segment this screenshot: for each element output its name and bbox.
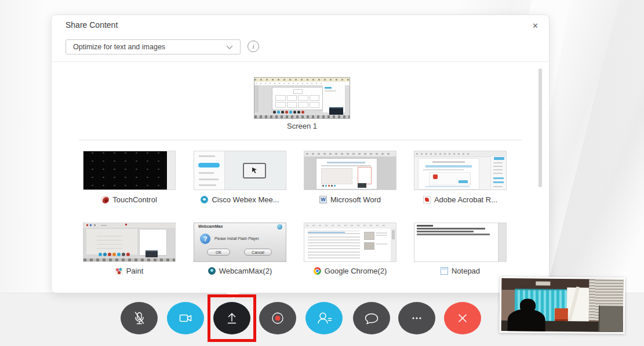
- cancel-button: Cancel: [244, 249, 272, 256]
- app-label-word: W Microsoft Word: [304, 195, 396, 204]
- monitor: [599, 305, 624, 332]
- dialog-title: Share Content: [66, 20, 118, 30]
- end-meeting-icon: [453, 309, 472, 327]
- app-label-touchcontrol: TouchControl: [83, 195, 176, 204]
- self-view-frame: [501, 278, 624, 332]
- app-thumbnail-notepad[interactable]: [414, 223, 507, 262]
- chrome-mini-image: [364, 232, 374, 240]
- screen-1-thumbnail[interactable]: [254, 77, 350, 119]
- share-window-pictogram: [243, 163, 266, 179]
- notepad-icon: [441, 267, 448, 275]
- word-icon: W: [319, 196, 327, 203]
- chrome-mini-scrollbar: [391, 228, 396, 262]
- chrome-mini-image: [364, 242, 374, 250]
- paint-mini-taskbar: [83, 258, 175, 261]
- info-icon[interactable]: i: [248, 41, 259, 52]
- page-background: Share Content ✕ Optimize for text and im…: [0, 0, 644, 346]
- app-label-text: WebcamMax(2): [219, 267, 272, 275]
- app-label-text: Cisco Webex Mee...: [212, 195, 279, 204]
- webcammax-message: Please Install Flash Player.: [214, 236, 260, 241]
- touchcontrol-icon: [101, 196, 109, 203]
- app-label-text: Google Chrome(2): [325, 267, 387, 275]
- webex-mini-sidebar: [194, 151, 225, 190]
- chrome-mini-toolbar: [304, 223, 396, 228]
- close-icon[interactable]: ✕: [532, 22, 539, 30]
- camera-button[interactable]: [167, 302, 204, 334]
- more-options-icon: [407, 309, 426, 327]
- app-label-chrome: Google Chrome(2): [304, 266, 396, 275]
- chat-button[interactable]: [353, 302, 390, 334]
- record-icon: [268, 309, 287, 327]
- mini-taskbar: [254, 115, 350, 118]
- chevron-down-icon: [226, 45, 233, 49]
- cursor-icon: [252, 167, 257, 174]
- participants-icon: [314, 309, 334, 327]
- paint-icon: [115, 267, 123, 275]
- acrobat-mini-sidebar: [490, 156, 506, 190]
- app-label-notepad: Notepad: [414, 266, 507, 275]
- question-icon: ?: [200, 234, 210, 244]
- divider: [52, 61, 549, 62]
- app-thumbnail-word[interactable]: [304, 151, 396, 190]
- chrome-mini-link: [308, 232, 345, 233]
- optimize-dropdown-value: Optimize for text and images: [73, 43, 165, 51]
- word-mini-toolbar: [304, 151, 396, 156]
- app-label-text: Paint: [126, 267, 144, 275]
- webcammax-title: WebcamMax: [198, 224, 223, 228]
- webex-icon: [201, 196, 208, 203]
- share-button-highlight: [208, 294, 256, 342]
- self-view-video: [500, 276, 625, 334]
- more-options-button[interactable]: [398, 302, 435, 334]
- app-label-text: TouchControl: [112, 195, 157, 204]
- room-fixture: [536, 281, 550, 285]
- app-thumbnail-webcammax[interactable]: WebcamMax ? Please Install Flash Player.…: [194, 223, 286, 262]
- acrobat-icon: [423, 196, 431, 203]
- background-streak: [0, 0, 46, 301]
- optimize-dropdown[interactable]: Optimize for text and images: [66, 39, 241, 54]
- mini-share-dialog: [272, 87, 323, 110]
- app-label-webex: Cisco Webex Mee...: [194, 195, 286, 204]
- mini-control-dots: [273, 111, 304, 114]
- app-thumbnail-webex[interactable]: [194, 151, 286, 190]
- webcammax-icon: [208, 267, 216, 275]
- video-camera-icon: [176, 309, 195, 327]
- mini-browser-bar: [254, 78, 350, 82]
- acrobat-mini-page: [418, 158, 479, 190]
- scrollbar[interactable]: [539, 68, 542, 187]
- mini-sidebar: [254, 85, 259, 112]
- app-label-text: Notepad: [452, 267, 480, 275]
- paint-mini-content: [86, 229, 137, 254]
- chrome-mini-text: [308, 231, 360, 258]
- end-meeting-button[interactable]: [444, 302, 481, 334]
- divider: [79, 140, 522, 140]
- notepad-mini-scrollbar: [498, 223, 506, 261]
- paint-mini-selfview: [145, 250, 158, 257]
- app-label-text: Microsoft Word: [330, 195, 381, 204]
- app-label-paint: Paint: [83, 266, 176, 275]
- mute-microphone-button[interactable]: [121, 302, 158, 334]
- app-thumbnail-touchcontrol[interactable]: [83, 151, 176, 190]
- word-mini-page: [316, 158, 377, 190]
- record-button[interactable]: [259, 302, 296, 334]
- orange-box: [555, 308, 568, 321]
- record-dot: [275, 316, 281, 321]
- app-label-webcammax: WebcamMax(2): [194, 266, 286, 275]
- app-thumbnail-chrome[interactable]: [304, 223, 396, 262]
- touchcontrol-screen: [83, 151, 167, 190]
- ok-button: OK: [207, 249, 230, 256]
- chrome-icon: [314, 267, 321, 275]
- app-label-text: Adobe Acrobat R...: [434, 195, 497, 204]
- person-silhouette-body: [507, 309, 545, 332]
- participants-button[interactable]: [305, 302, 343, 334]
- screen-1-label: Screen 1: [254, 122, 350, 130]
- paint-mini-controls: [99, 253, 130, 256]
- paint-mini-toolbar: [83, 223, 175, 228]
- mini-selfview: [329, 107, 343, 115]
- app-thumbnail-acrobat[interactable]: [414, 151, 507, 190]
- microphone-muted-icon: [130, 309, 148, 327]
- app-label-acrobat: Adobe Acrobat R...: [414, 195, 507, 204]
- webcammax-logo-icon: [277, 224, 282, 230]
- chat-bubble-icon: [362, 309, 381, 327]
- app-thumbnail-paint[interactable]: [83, 223, 176, 262]
- share-content-dialog: Share Content ✕ Optimize for text and im…: [51, 14, 550, 293]
